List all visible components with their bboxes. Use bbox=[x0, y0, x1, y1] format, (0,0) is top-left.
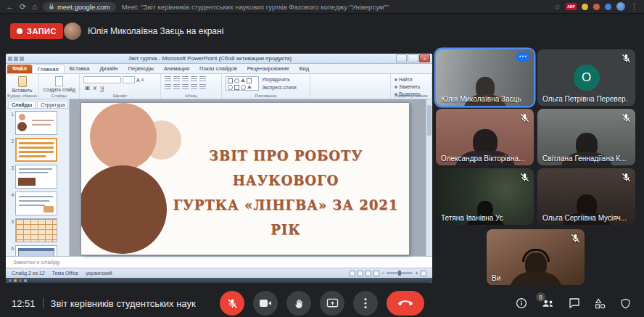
presenter-avatar bbox=[64, 22, 81, 40]
quick-styles-label: Экспресс-стили bbox=[262, 85, 297, 91]
ppt-status-bar: Слайд 2 из 12 Тема Office украинский − + bbox=[6, 268, 432, 278]
clock-time: 12:51 bbox=[12, 298, 36, 309]
taskbar-app-icon bbox=[19, 279, 22, 282]
font-size-dropdown bbox=[123, 76, 135, 83]
participant-name: Тетяна Іванівна Ус bbox=[441, 214, 503, 222]
zoom-in-icon: + bbox=[415, 271, 418, 276]
window-controls: × bbox=[396, 54, 430, 62]
participant-name: Світлана Геннадіївна К... bbox=[542, 155, 626, 162]
shrink-font-icon: A bbox=[141, 77, 144, 83]
activities-button[interactable] bbox=[594, 297, 606, 310]
slide-thumbnail-5: 5 bbox=[7, 218, 66, 242]
slide-title-line2: ГУРТКА «ЛІНГВА» ЗА 2021 РІК bbox=[167, 193, 405, 242]
meeting-details-button[interactable] bbox=[516, 297, 527, 309]
minimize-icon bbox=[396, 54, 407, 62]
extension-icon-orange[interactable] bbox=[593, 4, 600, 10]
recording-badge: ЗАПИС bbox=[10, 23, 63, 39]
participant-tile-olha-petrivna[interactable]: O Ольга Петрівна Перевер... bbox=[537, 49, 635, 106]
divider bbox=[43, 298, 44, 308]
paste-label: Вставить bbox=[12, 88, 33, 94]
more-options-button[interactable] bbox=[353, 291, 378, 316]
page-title: Meet: "Звіт керівників студентських наук… bbox=[122, 3, 389, 11]
participant-tile-tetiana[interactable]: Тетяна Іванівна Ус bbox=[436, 168, 534, 225]
bookmark-star-icon[interactable]: ☆ bbox=[554, 0, 561, 14]
status-slide-info: Слайд 2 из 12 bbox=[12, 271, 45, 276]
mic-mute-button[interactable] bbox=[220, 291, 244, 316]
end-call-button[interactable] bbox=[387, 291, 424, 316]
tab-design: Дизайн bbox=[94, 65, 123, 73]
ribbon-group-paragraph: Абзац bbox=[161, 74, 222, 99]
dots-vertical-icon bbox=[364, 297, 367, 309]
slides-panel: Слайды Структура 1 2 3 4 bbox=[6, 99, 70, 256]
group-label-drawing: Рисование bbox=[222, 94, 310, 98]
slide-thumbnail-6: 6 bbox=[7, 245, 66, 256]
slide-scrollbar bbox=[426, 99, 432, 256]
people-button[interactable]: 8 bbox=[541, 298, 555, 308]
slide-decor-circle-brown bbox=[81, 165, 167, 254]
extension-icon-yellow[interactable] bbox=[582, 4, 588, 10]
current-slide: ЗВІТ ПРО РОБОТУ НАУКОВОГО ГУРТКА «ЛІНГВА… bbox=[81, 103, 409, 255]
address-bar[interactable]: meet.google.com bbox=[43, 2, 116, 12]
slide-thumbnail-2-selected: 2 bbox=[7, 138, 66, 162]
back-icon[interactable]: ← bbox=[6, 0, 14, 14]
adblock-extension-icon[interactable]: ABP bbox=[566, 3, 577, 10]
chat-button[interactable] bbox=[569, 297, 580, 309]
browser-profile-avatar[interactable] bbox=[616, 2, 625, 11]
underline-button: Ч bbox=[100, 85, 104, 91]
reload-icon[interactable]: ⟳ bbox=[20, 0, 26, 14]
ppt-ribbon-tabs: Файл Главная Вставка Дизайн Переходы Ани… bbox=[6, 64, 432, 74]
mic-off-icon bbox=[519, 112, 530, 123]
shared-screen-tile[interactable]: Звіт гуртка - Microsoft PowerPoint (Сбой… bbox=[6, 54, 432, 283]
participant-name: Ольга Петрівна Перевер... bbox=[542, 95, 628, 103]
view-sorter-icon bbox=[358, 271, 363, 276]
mic-off-icon bbox=[621, 112, 632, 123]
phone-down-icon bbox=[397, 300, 413, 307]
present-screen-button[interactable] bbox=[320, 291, 344, 316]
tab-view: Вид bbox=[294, 65, 315, 73]
participant-tile-olha-serhiivna[interactable]: Ольга Сергіївна Мусіяч... bbox=[537, 168, 635, 225]
tile-more-options-button[interactable]: ⋯ bbox=[516, 52, 530, 62]
tab-home: Главная bbox=[32, 65, 65, 73]
participant-tile-yuliia[interactable]: ⋯ Юлія Миколаївна Заєць bbox=[436, 49, 534, 106]
participant-tile-svitlana[interactable]: Світлана Геннадіївна К... bbox=[537, 109, 635, 165]
host-controls-button[interactable] bbox=[620, 298, 631, 309]
arrange-label: Упорядочить bbox=[262, 77, 297, 83]
mic-off-icon bbox=[519, 172, 530, 183]
ribbon-group-drawing: Упорядочить Экспресс-стили Рисование bbox=[222, 74, 310, 99]
taskbar-app-icon bbox=[24, 279, 27, 282]
italic-button: К bbox=[94, 85, 96, 91]
notes-pane: Заметки к слайду bbox=[6, 256, 432, 268]
participant-tile-oleksandra[interactable]: Олександра Вікторівна... bbox=[436, 109, 534, 165]
participant-name: Ви bbox=[492, 274, 500, 282]
slide-thumbnail-4: 4 bbox=[7, 192, 66, 215]
recording-label: ЗАПИС bbox=[27, 27, 57, 36]
mic-off-icon bbox=[226, 297, 239, 310]
participant-name: Юлія Миколаївна Заєць bbox=[441, 95, 521, 103]
slide-title: ЗВІТ ПРО РОБОТУ НАУКОВОГО ГУРТКА «ЛІНГВА… bbox=[167, 144, 405, 242]
mic-off-icon bbox=[570, 233, 581, 244]
participant-name: Ольга Сергіївна Мусіяч... bbox=[542, 214, 627, 222]
maximize-icon bbox=[408, 54, 418, 62]
replace-label: Заменить bbox=[395, 84, 421, 90]
font-name-dropdown bbox=[83, 76, 121, 83]
ppt-ribbon: Вставить Буфер обмена Создать слайд Слай… bbox=[6, 74, 432, 99]
ppt-titlebar: Звіт гуртка - Microsoft PowerPoint (Сбой… bbox=[6, 54, 432, 64]
browser-menu-icon[interactable]: ⋮ bbox=[630, 0, 638, 14]
camera-button[interactable] bbox=[253, 291, 278, 316]
record-dot-icon bbox=[17, 28, 22, 34]
self-view-tile[interactable]: Ви bbox=[487, 229, 585, 285]
slide-editing-area: ЗВІТ ПРО РОБОТУ НАУКОВОГО ГУРТКА «ЛІНГВА… bbox=[70, 99, 432, 256]
tab-review: Рецензирование bbox=[242, 65, 294, 73]
hand-icon bbox=[294, 298, 305, 309]
extension-icon-blue[interactable] bbox=[605, 4, 611, 10]
status-language: украинский bbox=[86, 271, 112, 276]
tab-transitions: Переходы bbox=[123, 65, 159, 73]
home-icon[interactable]: ⌂ bbox=[32, 0, 37, 14]
zoom-out-icon: − bbox=[381, 271, 385, 276]
zoom-slider bbox=[387, 272, 413, 274]
tab-animations: Анимация bbox=[159, 65, 194, 73]
ribbon-group-font: A A Ж К Ч Шрифт bbox=[80, 74, 161, 99]
raise-hand-button[interactable] bbox=[286, 291, 311, 316]
view-reading-icon bbox=[366, 271, 371, 276]
taskbar-app-icon bbox=[14, 279, 17, 282]
